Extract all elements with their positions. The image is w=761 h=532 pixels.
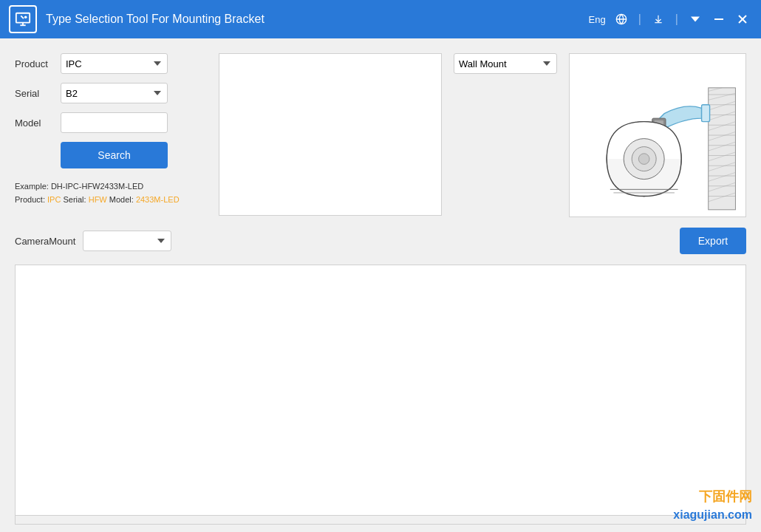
camera-mount-select[interactable]: SD49 SD50 IPC-HFW IPC-HDW xyxy=(83,231,171,251)
hint-area: Example: DH-IPC-HFW2433M-LED Product: IP… xyxy=(15,180,207,206)
window-controls: Eng | | xyxy=(589,10,752,29)
watermark-chinese: 下固件网 xyxy=(673,488,752,506)
product-label: Product xyxy=(15,58,53,69)
serial-row: Serial B2 B1 A1 C1 xyxy=(15,83,207,103)
mount-row: CameraMount SD49 SD50 IPC-HFW IPC-HDW Ex… xyxy=(15,228,746,254)
horizontal-scrollbar[interactable] xyxy=(16,515,745,524)
hint-serial-val: HFW xyxy=(89,195,107,204)
dropdown-icon[interactable] xyxy=(686,10,705,29)
svg-point-3 xyxy=(24,16,27,18)
serial-select[interactable]: B2 B1 A1 C1 xyxy=(61,83,168,103)
form-panel: Product IPC HDCVI NVR XVR Serial B2 B1 A… xyxy=(15,53,207,206)
titlebar: Type Selection Tool For Mounting Bracket… xyxy=(0,0,761,38)
app-icon xyxy=(9,5,37,33)
mount-type-select[interactable]: Wall Mount Ceiling Mount Pole Mount Corn… xyxy=(454,53,557,74)
export-button[interactable]: Export xyxy=(680,228,746,254)
language-label: Eng xyxy=(589,14,606,25)
separator-2: | xyxy=(675,13,678,26)
camera-mount-left: CameraMount SD49 SD50 IPC-HFW IPC-HDW xyxy=(15,231,171,251)
hint-model-val: 2433M-LED xyxy=(136,195,180,204)
watermark: 下固件网 xiagujian.com xyxy=(673,488,752,523)
app-title: Type Selection Tool For Mounting Bracket xyxy=(46,13,589,26)
product-row: Product IPC HDCVI NVR XVR xyxy=(15,53,207,74)
serial-label: Serial xyxy=(15,88,53,99)
model-label: Model xyxy=(15,117,53,129)
hint-product-val: IPC xyxy=(47,195,61,204)
camera-mount-label: CameraMount xyxy=(15,236,75,247)
globe-icon xyxy=(615,13,627,25)
main-content: Product IPC HDCVI NVR XVR Serial B2 B1 A… xyxy=(0,38,761,532)
download-icon[interactable] xyxy=(649,10,668,29)
camera-illustration xyxy=(576,54,739,216)
camera-image-panel xyxy=(569,53,746,217)
close-icon xyxy=(738,15,747,24)
chevron-down-icon xyxy=(691,15,700,24)
hint-example: Example: DH-IPC-HFW2433M-LED xyxy=(15,182,143,191)
svg-rect-9 xyxy=(709,88,736,210)
minimize-icon xyxy=(714,18,723,20)
arrow-down-icon xyxy=(653,14,663,24)
svg-rect-33 xyxy=(702,105,710,122)
model-row: Model xyxy=(15,112,207,133)
mount-panel: Wall Mount Ceiling Mount Pole Mount Corn… xyxy=(454,53,557,74)
hint-model-text: Model: xyxy=(109,195,136,204)
separator-1: | xyxy=(638,13,641,26)
product-select[interactable]: IPC HDCVI NVR XVR xyxy=(61,53,168,74)
table-area xyxy=(15,265,746,525)
close-button[interactable] xyxy=(733,10,752,29)
hint-product-text: Product: xyxy=(15,195,47,204)
language-icon[interactable] xyxy=(612,10,631,29)
minimize-button[interactable] xyxy=(709,10,728,29)
top-row: Product IPC HDCVI NVR XVR Serial B2 B1 A… xyxy=(15,53,746,217)
monitor-icon xyxy=(15,11,31,27)
hint-serial-text: Serial: xyxy=(63,195,88,204)
search-button[interactable]: Search xyxy=(61,142,168,168)
watermark-url: xiagujian.com xyxy=(673,507,752,523)
svg-point-39 xyxy=(638,154,649,165)
model-input[interactable] xyxy=(61,112,168,133)
results-panel xyxy=(219,53,442,216)
